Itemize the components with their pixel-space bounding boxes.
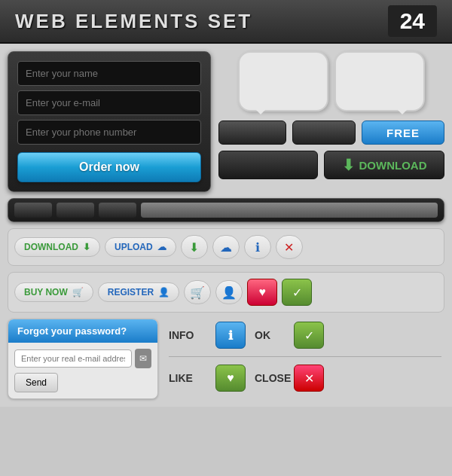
like-text-label: LIKE xyxy=(169,372,206,384)
progress-segment-3 xyxy=(99,203,136,218)
ok-check-icon: ✓ xyxy=(304,328,314,343)
name-input[interactable] xyxy=(17,61,201,86)
icon-btn-cloud[interactable]: ☁ xyxy=(212,235,240,259)
info-icon: ℹ xyxy=(228,328,233,343)
register-button[interactable]: REGISTER 👤 xyxy=(98,282,179,302)
phone-input[interactable] xyxy=(17,120,201,145)
password-header: Forgot your password? xyxy=(8,319,157,343)
bubbles-panel: FREE ⬇ DOWNLOAD xyxy=(218,51,444,192)
order-button[interactable]: Order now xyxy=(17,152,201,182)
close-x-icon: ✕ xyxy=(304,371,314,386)
buy-now-label: BUY NOW xyxy=(24,287,68,298)
like-icon-button[interactable]: ♥ xyxy=(215,365,246,392)
top-row: Order now FREE ⬇ DOWNLOAD xyxy=(8,51,444,192)
user-icon: 👤 xyxy=(158,287,170,298)
dark-button-small[interactable] xyxy=(218,121,286,145)
progress-filled xyxy=(141,203,438,218)
x-icon: ✕ xyxy=(284,240,294,255)
speech-bubble-right xyxy=(334,51,425,111)
cart-2-icon: 🛒 xyxy=(190,285,205,300)
user-2-icon: 👤 xyxy=(221,285,237,300)
check-icon: ✓ xyxy=(292,285,302,300)
email-icon-button[interactable]: ✉ xyxy=(135,349,151,368)
like-heart-icon: ♥ xyxy=(227,371,234,385)
header: WEB ELEMENTS SET 24 xyxy=(0,0,452,44)
action-row-2: BUY NOW 🛒 REGISTER 👤 🛒 👤 ♥ ✓ xyxy=(8,272,444,313)
progress-bar-row xyxy=(8,198,444,222)
free-button[interactable]: FREE xyxy=(362,121,444,145)
download-icon: ⬇ xyxy=(83,242,90,252)
bottom-row: Forgot your password? ✉ Send INFO ℹ OK xyxy=(8,319,444,399)
main-content: Order now FREE ⬇ DOWNLOAD xyxy=(0,44,452,407)
info-text-label: INFO xyxy=(169,329,206,341)
info-circle-icon: ℹ xyxy=(255,240,260,255)
download-arrow-icon: ⬇ xyxy=(342,156,355,174)
buttons-row-2: ⬇ DOWNLOAD xyxy=(218,151,444,179)
buy-now-button[interactable]: BUY NOW 🛒 xyxy=(14,282,93,302)
download-action-button[interactable]: DOWNLOAD ⬇ xyxy=(14,237,100,257)
check-btn[interactable]: ✓ xyxy=(282,279,312,306)
progress-segment-1 xyxy=(14,203,52,218)
like-row: LIKE ♥ CLOSE ✕ xyxy=(169,365,441,392)
header-number: 24 xyxy=(388,5,437,37)
icon-btn-info[interactable]: ℹ xyxy=(244,235,271,259)
heart-icon: ♥ xyxy=(258,285,266,299)
shield-icon: ⬇ xyxy=(189,240,199,255)
close-icon-button[interactable]: ✕ xyxy=(294,365,324,392)
envelope-icon: ✉ xyxy=(139,353,147,364)
dark-button-full[interactable] xyxy=(218,151,318,179)
password-email-input[interactable] xyxy=(14,349,132,368)
heart-btn[interactable]: ♥ xyxy=(247,279,277,306)
ok-icon-button[interactable]: ✓ xyxy=(294,322,324,349)
buttons-row-1: FREE xyxy=(218,121,444,145)
cart-icon: 🛒 xyxy=(72,287,84,298)
dark-button-medium[interactable] xyxy=(292,121,356,145)
info-panel: INFO ℹ OK ✓ LIKE ♥ CLOSE ✕ xyxy=(166,319,444,399)
password-body: ✉ Send xyxy=(8,343,157,398)
close-text-label: CLOSE xyxy=(255,372,285,384)
email-input[interactable] xyxy=(17,90,201,115)
info-row: INFO ℹ OK ✓ xyxy=(169,322,441,349)
icon-btn-cart-2[interactable]: 🛒 xyxy=(184,280,211,304)
progress-segment-2 xyxy=(56,203,94,218)
header-title: WEB ELEMENTS SET xyxy=(15,10,252,33)
icon-btn-close[interactable]: ✕ xyxy=(276,235,303,259)
download-button[interactable]: ⬇ DOWNLOAD xyxy=(324,151,444,179)
action-row-1: DOWNLOAD ⬇ UPLOAD ☁ ⬇ ☁ ℹ ✕ xyxy=(8,228,444,266)
form-panel: Order now xyxy=(8,51,211,192)
icon-btn-user-2[interactable]: 👤 xyxy=(215,280,243,304)
upload-icon: ☁ xyxy=(157,242,166,252)
download-label: DOWNLOAD xyxy=(359,159,427,172)
download-action-label: DOWNLOAD xyxy=(24,242,78,252)
ok-text-label: OK xyxy=(255,329,285,341)
cloud-icon: ☁ xyxy=(220,240,232,255)
speech-bubble-left xyxy=(238,51,328,111)
password-input-row: ✉ xyxy=(14,349,151,368)
register-label: REGISTER xyxy=(108,287,154,298)
password-panel: Forgot your password? ✉ Send xyxy=(8,319,158,399)
icon-btn-shield[interactable]: ⬇ xyxy=(181,235,208,259)
divider xyxy=(169,356,441,357)
send-button[interactable]: Send xyxy=(14,373,58,392)
upload-action-button[interactable]: UPLOAD ☁ xyxy=(105,237,176,257)
upload-action-label: UPLOAD xyxy=(115,242,153,252)
speech-bubbles-row xyxy=(218,51,444,111)
info-icon-button[interactable]: ℹ xyxy=(215,322,246,349)
